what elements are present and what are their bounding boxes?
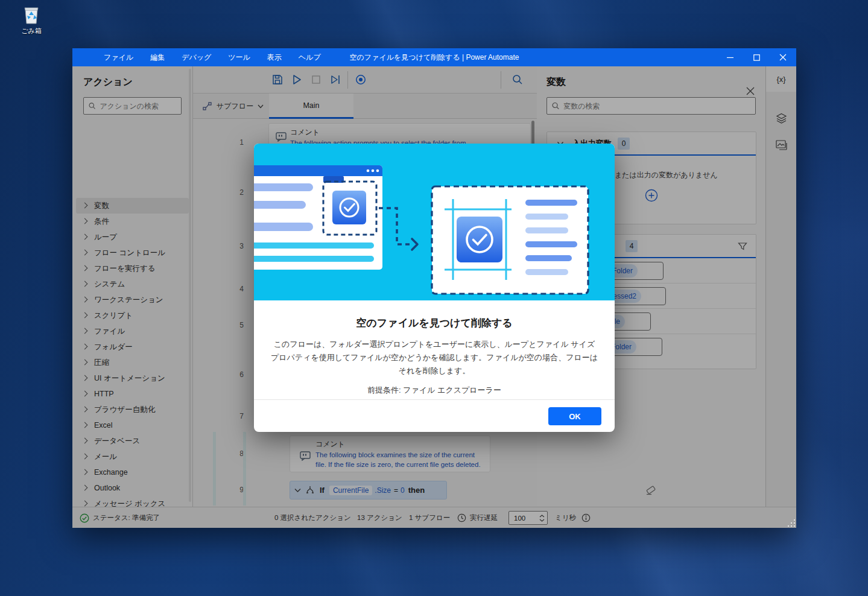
capture-card-illustration: [432, 186, 588, 294]
recycle-bin[interactable]: ごみ箱: [14, 4, 48, 36]
maximize-icon: [753, 54, 760, 61]
dialog-prerequisite: 前提条件: ファイル エクスプローラー: [254, 385, 615, 396]
dialog-footer: OK: [254, 399, 615, 432]
menu-bar: ファイル 編集 デバッグ ツール 表示 ヘルプ: [95, 48, 329, 66]
menu-tools[interactable]: ツール: [220, 48, 259, 66]
window-resize-grip[interactable]: [788, 519, 795, 527]
ok-button[interactable]: OK: [548, 407, 601, 425]
dialog-description: このフローは、フォルダー選択プロンプトをユーザーに表示し、ループとファイル サイ…: [269, 338, 600, 378]
menu-debug[interactable]: デバッグ: [173, 48, 220, 66]
menu-help[interactable]: ヘルプ: [290, 48, 329, 66]
desktop: ごみ箱 ファイル 編集 デバッグ ツール 表示 ヘルプ 空のファイルを見つけて削…: [0, 0, 868, 596]
browser-card-illustration: [254, 165, 382, 270]
recycle-bin-icon: [21, 4, 42, 25]
window-controls: [717, 48, 796, 66]
close-icon: [779, 54, 787, 61]
minimize-button[interactable]: [717, 48, 743, 66]
dialog-illustration: [254, 144, 615, 300]
flow-description-dialog: 空のファイルを見つけて削除する このフローは、フォルダー選択プロンプトをユーザー…: [254, 144, 615, 432]
titlebar: ファイル 編集 デバッグ ツール 表示 ヘルプ 空のファイルを見つけて削除する …: [72, 48, 796, 66]
menu-edit[interactable]: 編集: [142, 48, 173, 66]
maximize-button[interactable]: [743, 48, 770, 66]
dialog-title: 空のファイルを見つけて削除する: [254, 316, 615, 330]
menu-view[interactable]: 表示: [259, 48, 290, 66]
close-button[interactable]: [770, 48, 796, 66]
menu-file[interactable]: ファイル: [95, 48, 142, 66]
minimize-icon: [727, 54, 733, 61]
recycle-bin-label: ごみ箱: [14, 27, 48, 36]
